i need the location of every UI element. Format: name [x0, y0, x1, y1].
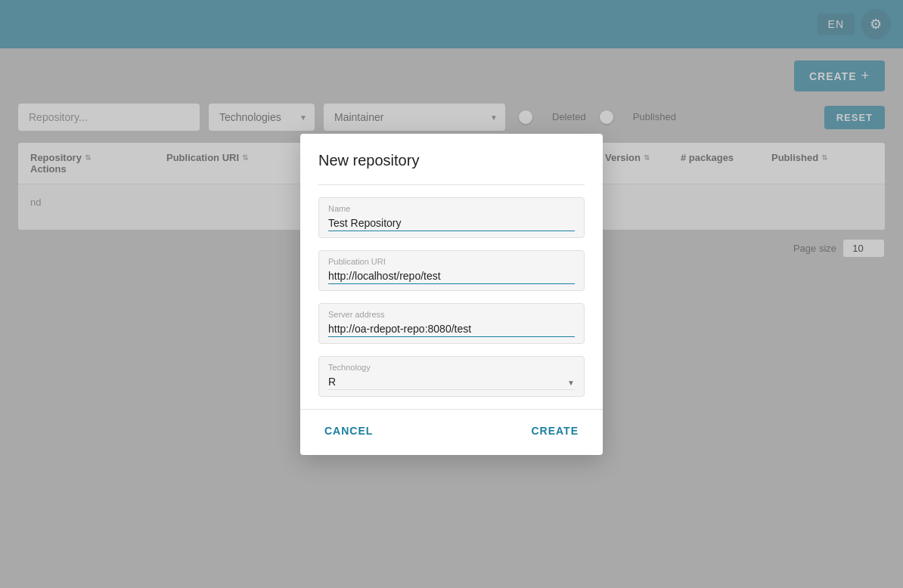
modal-overlay: New repository Name Publication URI Serv… [0, 0, 903, 588]
modal-title-divider [318, 184, 585, 185]
publication-uri-label: Publication URI [328, 257, 575, 266]
new-repository-modal: New repository Name Publication URI Serv… [300, 134, 603, 455]
modal-actions: CANCEL CREATE [318, 410, 585, 443]
technology-select-wrapper: R Python [328, 375, 575, 390]
server-address-input[interactable] [328, 323, 575, 337]
create-button[interactable]: CREATE [525, 419, 585, 443]
name-label: Name [328, 204, 575, 213]
technology-select[interactable]: R Python [328, 376, 575, 390]
server-address-field: Server address [318, 303, 585, 344]
publication-uri-field: Publication URI [318, 250, 585, 291]
technology-field: Technology R Python [318, 356, 585, 397]
technology-label: Technology [328, 363, 575, 372]
publication-uri-input[interactable] [328, 270, 575, 284]
name-input[interactable] [328, 217, 575, 231]
cancel-button[interactable]: CANCEL [318, 419, 379, 443]
name-field: Name [318, 197, 585, 238]
server-address-label: Server address [328, 310, 575, 319]
modal-title: New repository [318, 152, 585, 169]
